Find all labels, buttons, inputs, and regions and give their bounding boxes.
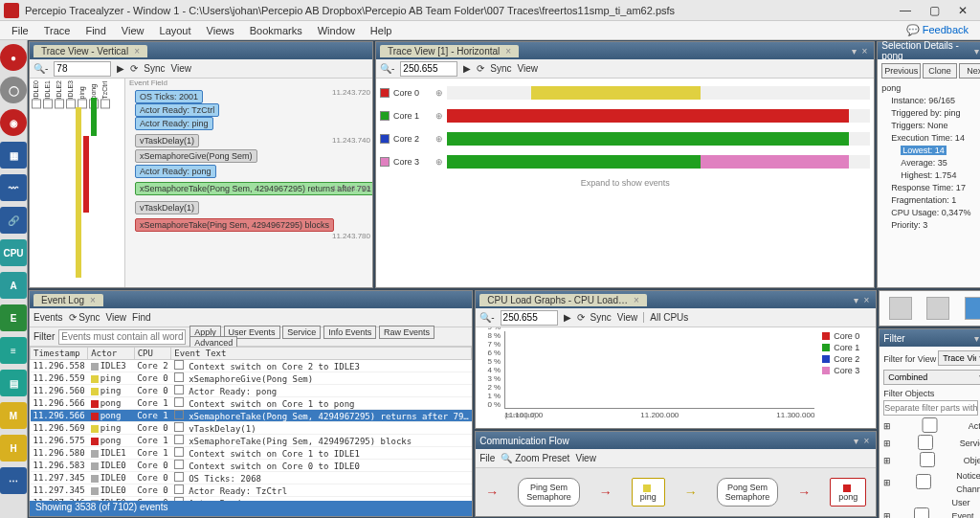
filter-raw-events-button[interactable]: Raw Events (379, 326, 434, 339)
menu-layout[interactable]: Layout (152, 23, 199, 38)
sync-icon[interactable]: ⟳ (477, 63, 484, 74)
tab-trace-horizontal[interactable]: Trace View [1] - Horizontal× (380, 45, 519, 57)
column-header[interactable]: Timestamp (31, 348, 88, 360)
cpu-icon[interactable]: CPU (0, 239, 27, 266)
zoom-in-icon[interactable]: ▶ (564, 312, 571, 323)
sync-label[interactable]: Sync (590, 312, 612, 323)
close-icon[interactable]: × (505, 46, 511, 56)
tree-node[interactable]: Average: 35 (881, 157, 980, 169)
table-row[interactable]: 11.296.559pingCore 0 xSemaphoreGive(Pong… (31, 372, 472, 385)
sync-icon[interactable]: ⟳ (577, 312, 585, 323)
zoom-in-icon[interactable]: ▶ (463, 63, 471, 74)
menu-bookmarks[interactable]: Bookmarks (242, 23, 310, 38)
expand-icon[interactable]: ⊕ (435, 134, 443, 144)
mem-icon[interactable]: M (0, 402, 27, 429)
zoom-input[interactable] (400, 61, 457, 77)
trace-events-area[interactable]: Event Field OS Ticks: 2001Actor Ready: T… (125, 79, 372, 287)
filter-checkbox[interactable] (894, 417, 965, 433)
table-row[interactable]: 11.296.558IDLE3Core 2 Context switch on … (31, 360, 472, 372)
filter-text-input[interactable] (883, 400, 978, 416)
stack-icon[interactable]: ▤ (0, 370, 27, 396)
tree-node[interactable]: Fragmentation: 1 (881, 194, 980, 207)
tab-cpu-load[interactable]: CPU Load Graphs - CPU Load…× (479, 294, 647, 306)
close-icon[interactable]: × (134, 46, 140, 56)
trace-event-label[interactable]: vTaskDelay(1) (135, 201, 199, 214)
tab-trace-vertical[interactable]: Trace View - Vertical× (33, 45, 147, 57)
filter-info-events-button[interactable]: Info Events (323, 326, 376, 339)
expand-icon[interactable]: ⊕ (435, 88, 443, 98)
core-row[interactable]: Core 3⊕ (380, 151, 870, 172)
table-row[interactable]: 11.296.575pongCore 1 xSemaphoreTake(Ping… (31, 435, 472, 447)
filter-tree-item[interactable]: ⊞ User Event Channels (883, 496, 980, 518)
tree-node[interactable]: Triggered by: ping (881, 107, 980, 120)
tree-node[interactable]: Highest: 1.754 (881, 169, 980, 182)
next-button[interactable]: Next (959, 63, 980, 79)
sync-label[interactable]: Sync (490, 63, 511, 74)
clone-button[interactable]: Clone (923, 63, 957, 79)
zoom-input[interactable] (54, 61, 111, 77)
events-icon[interactable]: E (0, 304, 27, 331)
filter-input[interactable] (58, 329, 186, 345)
panel-menu-icon[interactable]: ▾ (849, 46, 859, 56)
tree-node[interactable]: Instance: 96/165 (881, 95, 980, 107)
minimize-button[interactable]: — (892, 2, 919, 19)
menu-file[interactable]: File (4, 23, 36, 38)
menu-help[interactable]: Help (363, 23, 400, 38)
filter-tree[interactable]: ⊞ Actors⊞ Services⊞ Objects⊞ Notice Chan… (883, 417, 980, 518)
expand-events-hint[interactable]: Expand to show events (380, 174, 870, 191)
expand-icon[interactable]: ⊕ (435, 111, 443, 121)
trace-horizontal-body[interactable]: Core 0⊕Core 1⊕Core 2⊕Core 3⊕Expand to sh… (376, 79, 874, 287)
comm-flow-canvas[interactable]: → Ping Sem Semaphore → ping → Pong Sem S… (476, 468, 876, 516)
capture-icon[interactable]: ◉ (0, 109, 27, 136)
cpu-load-chart[interactable]: 0 %1 %2 %3 %4 %5 %6 %7 %8 %9 % 11.100.00… (476, 327, 818, 428)
trace-tracks[interactable]: IDLE0IDLE1IDLE2IDLE3pingpongTzCtrl (30, 79, 125, 287)
filter-tree-item[interactable]: ⊞ Actors (883, 417, 980, 435)
flow-node-ping[interactable]: ping (632, 478, 665, 507)
previous-button[interactable]: Previous (881, 63, 921, 79)
panel-close-icon[interactable]: × (861, 436, 873, 446)
filter-checkbox[interactable] (894, 474, 953, 489)
layout-icon-1[interactable] (889, 297, 912, 320)
record-icon[interactable]: ● (0, 44, 27, 71)
zoom-out-icon[interactable]: 🔍- (33, 63, 48, 74)
event-log-table[interactable]: TimestampActorCPUEvent Text 11.296.558ID… (30, 347, 472, 501)
tree-node[interactable]: pong (881, 82, 980, 95)
column-header[interactable]: CPU (134, 348, 171, 360)
tree-node[interactable]: CPU Usage: 0,347% (881, 207, 980, 219)
table-row[interactable]: 11.296.583IDLE0Core 0 Context switch on … (31, 460, 472, 472)
view-menu[interactable]: View (171, 63, 192, 74)
maximize-button[interactable]: ▢ (921, 2, 947, 19)
tab-event-log[interactable]: Event Log× (33, 294, 103, 306)
table-row[interactable]: 11.296.569pingCore 0 vTaskDelay(1) (31, 422, 472, 435)
menu-view[interactable]: View (114, 23, 152, 38)
filter-checkbox[interactable] (894, 435, 956, 450)
stop-icon[interactable]: ◯ (0, 77, 27, 103)
table-row[interactable]: 11.296.560pingCore 0 Actor Ready: pong (31, 385, 472, 397)
filter-tree-item[interactable]: ⊞ Services (883, 435, 980, 452)
trace-event-label[interactable]: Actor Ready: ping (135, 117, 213, 130)
flow-node-pong-sem[interactable]: Pong Sem Semaphore (717, 478, 779, 507)
panel-menu-icon[interactable]: ▾ (971, 333, 981, 344)
tree-node[interactable]: Lowest: 14 (881, 145, 980, 157)
details-tree[interactable]: pongInstance: 96/165Triggered by: pingTr… (881, 82, 980, 232)
trace-event-label[interactable]: OS Ticks: 2001 (135, 90, 203, 103)
trace-event-label[interactable]: vTaskDelay(1) (135, 134, 199, 147)
close-button[interactable]: ✕ (949, 2, 976, 19)
filter-checkbox[interactable] (894, 452, 960, 467)
sync-label[interactable]: Sync (144, 63, 165, 74)
menu-views[interactable]: Views (199, 23, 242, 38)
menu-trace[interactable]: Trace (36, 23, 78, 38)
filter-mode-select[interactable]: Combined (883, 370, 980, 385)
panel-close-icon[interactable]: × (861, 295, 873, 305)
view-menu[interactable]: View (518, 63, 539, 74)
column-header[interactable]: Event Text (171, 348, 472, 360)
tree-node[interactable]: Triggers: None (881, 120, 980, 132)
panel-close-icon[interactable]: × (859, 46, 871, 56)
trace-event-label[interactable]: Actor Ready: TzCtrl (135, 103, 219, 117)
core-row[interactable]: Core 1⊕ (380, 105, 870, 126)
zoom-input[interactable] (501, 310, 558, 326)
list-icon[interactable]: ≡ (0, 337, 27, 364)
toolbar-zoom-preset[interactable]: 🔍 Zoom Preset (501, 453, 569, 463)
filter-checkbox[interactable] (894, 507, 948, 518)
close-icon[interactable]: × (90, 295, 96, 305)
